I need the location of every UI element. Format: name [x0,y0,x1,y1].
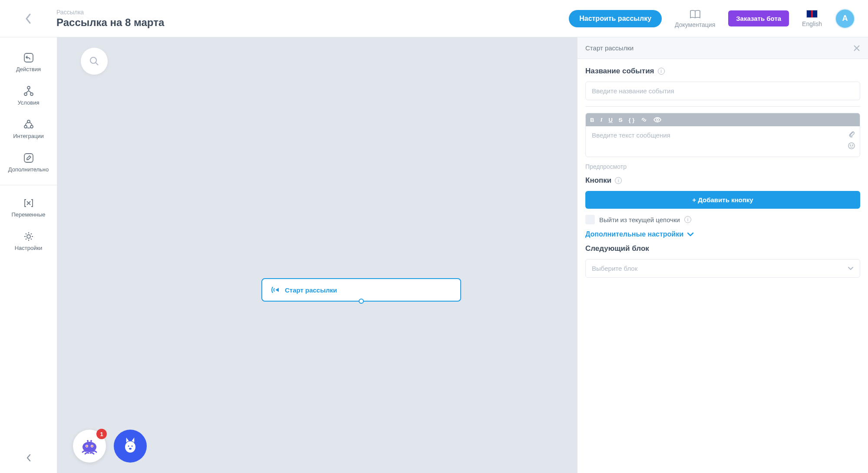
integrations-icon [23,119,34,130]
message-editor: B I U S { } Введите текст сообщения [585,113,860,157]
attachment-button[interactable] [848,130,855,138]
strike-button[interactable]: S [619,117,623,123]
exit-chain-label: Выйти из текущей цепочки [599,216,680,223]
sidebar-item-label: Условия [17,99,39,106]
svg-point-22 [129,448,132,450]
event-name-input[interactable] [585,82,860,100]
svg-line-18 [91,441,91,443]
notification-badge: 1 [96,429,107,439]
llama-icon [121,437,140,456]
sidebar-divider [0,185,57,185]
reply-icon [23,52,34,63]
bot-icon [79,436,100,457]
exit-chain-checkbox[interactable] [585,215,595,224]
search-icon [89,56,99,66]
select-placeholder: Выберите блок [592,265,637,272]
sidebar-item-integrations[interactable]: Интеграции [0,113,57,145]
sidebar-item-actions[interactable]: Действия [0,46,57,79]
properties-panel: Старт рассылки Название события i B I U [577,37,868,473]
svg-point-3 [30,93,33,95]
language-label: English [802,20,822,27]
header: Рассылка Рассылка на 8 марта Настроить р… [0,0,868,37]
italic-button[interactable]: I [600,116,602,123]
next-block-label: Следующий блок [585,244,860,253]
sidebar-item-label: Интеграции [13,133,44,139]
underline-button[interactable]: U [608,117,612,123]
svg-point-20 [128,446,129,447]
svg-rect-7 [24,154,33,162]
svg-point-23 [657,119,659,121]
sidebar-item-conditions[interactable]: Условия [0,79,57,112]
next-block-select[interactable]: Выберите блок [585,259,860,278]
gear-icon [23,231,34,242]
close-panel-button[interactable] [853,45,860,52]
order-bot-button[interactable]: Заказать бота [728,10,789,26]
svg-point-13 [86,446,88,447]
breadcrumb: Рассылка [56,9,569,16]
sidebar-collapse-button[interactable] [0,443,57,473]
uk-flag-icon [806,10,818,18]
page-title: Рассылка на 8 марта [56,16,569,29]
event-name-label: Название события i [585,67,860,76]
assistant-button[interactable] [114,430,147,463]
bold-button[interactable]: B [590,117,594,123]
svg-point-2 [24,93,27,95]
flow-canvas[interactable]: Старт рассылки 1 [57,37,577,473]
svg-point-21 [132,446,133,447]
variable-button[interactable]: { } [629,117,635,123]
branch-icon [23,85,34,97]
sidebar-item-variables[interactable]: Переменные [0,191,57,224]
info-icon[interactable]: i [615,177,622,184]
sidebar-item-label: Переменные [11,211,45,218]
user-avatar[interactable]: A [835,9,855,29]
documentation-link[interactable]: Документация [675,9,715,28]
preview-label: Предпросмотр [585,163,860,170]
svg-point-8 [27,235,30,238]
sidebar-item-label: Дополнительно [8,166,49,173]
svg-point-19 [125,441,135,453]
sidebar-item-settings[interactable]: Настройки [0,225,57,257]
broadcast-icon [270,285,280,295]
editor-toolbar: B I U S { } [586,113,860,126]
divider [585,106,860,107]
panel-title: Старт рассылки [585,44,634,52]
sidebar-item-additional[interactable]: Дополнительно [0,146,57,179]
sidebar-item-label: Настройки [15,245,43,251]
svg-point-25 [850,145,851,146]
chevron-down-icon [848,266,854,270]
documentation-label: Документация [675,21,715,28]
add-button-button[interactable]: + Добавить кнопку [585,191,860,209]
info-icon[interactable]: i [658,68,665,75]
preview-button[interactable] [653,117,661,123]
sidebar-item-label: Действия [16,66,41,72]
svg-point-9 [90,57,96,63]
node-title: Старт рассылки [285,286,337,294]
emoji-button[interactable] [848,142,855,150]
avatar-initial: A [842,14,848,23]
configure-broadcast-button[interactable]: Настроить рассылку [569,10,662,27]
advanced-settings-toggle[interactable]: Дополнительные настройки [585,230,860,238]
chevron-down-icon [687,232,694,236]
canvas-search-button[interactable] [81,48,108,75]
back-button[interactable] [0,0,56,37]
link-button[interactable] [640,116,647,123]
variable-icon [23,197,34,209]
support-chat-button[interactable]: 1 [73,430,106,463]
svg-point-24 [848,143,855,149]
book-icon [689,9,701,20]
svg-point-1 [27,86,30,89]
info-icon[interactable]: i [684,216,691,223]
sidebar: Действия Условия Интеграции [0,37,57,473]
message-textarea[interactable]: Введите текст сообщения [586,126,860,157]
svg-point-14 [92,446,93,447]
edit-icon [23,152,34,164]
buttons-label: Кнопки i [585,176,860,185]
node-output-port[interactable] [359,299,364,304]
message-placeholder: Введите текст сообщения [592,131,670,139]
start-broadcast-node[interactable]: Старт рассылки [261,278,461,302]
svg-line-17 [88,441,88,443]
language-switcher[interactable]: English [802,10,822,27]
svg-point-26 [852,145,853,146]
